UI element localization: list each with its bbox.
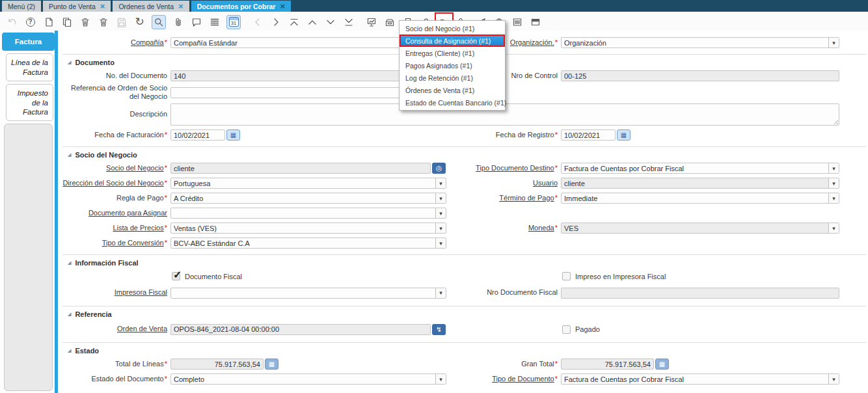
direccion-socio-combobox[interactable]: Portuguesa (170, 178, 446, 189)
chevron-down-icon[interactable] (828, 163, 839, 173)
tab-ordenes-de-venta[interactable]: Ordenes de Venta (113, 1, 189, 12)
menu-item-estado-cuentas-bancario[interactable]: Estado de Cuentas Bancario (#1) (400, 96, 505, 109)
impreso-impresora-checkbox[interactable] (562, 272, 571, 280)
menu-item-consulta-de-asignacion[interactable]: Consulta de Asignación (#1) (400, 34, 505, 47)
collapse-icon[interactable] (68, 348, 71, 353)
field-label-orden-venta[interactable]: Orden de Venta (62, 325, 167, 333)
field-label-documento-asignar[interactable]: Documento para Asignar (62, 209, 167, 217)
field-label-tipo-documento[interactable]: Tipo de Documento (450, 375, 558, 383)
record-info-icon[interactable] (432, 163, 446, 174)
field-label-termino-pago[interactable]: Término de Pago (450, 194, 558, 202)
field-label-lista-precios[interactable]: Lista de Precios (62, 224, 167, 232)
previous-record-icon[interactable] (306, 16, 318, 28)
chevron-down-icon[interactable] (828, 193, 839, 203)
tipo-documento-combobox[interactable]: Factura de Cuentas por Cobrar Fiscal (561, 373, 839, 385)
sidebar-tab-factura[interactable]: Factura (2, 33, 55, 51)
chevron-down-icon[interactable] (828, 374, 839, 384)
field-label-impresora-fiscal[interactable]: Impresora Fiscal (62, 288, 167, 297)
tipo-conversion-combobox[interactable]: BCV-ABC Estándar C.A (170, 237, 446, 249)
tab-label: Ordenes de Venta (118, 3, 174, 10)
last-record-icon[interactable] (342, 16, 355, 28)
copy-record-icon[interactable] (61, 16, 73, 28)
close-icon[interactable] (178, 2, 183, 10)
window-icon[interactable] (529, 16, 541, 28)
chevron-down-icon[interactable] (435, 208, 446, 218)
tipo-doc-destino-combobox[interactable]: Factura de Cuentas por Cobrar Fiscal (561, 163, 839, 174)
help-icon[interactable] (24, 16, 36, 28)
requery-icon[interactable] (133, 16, 146, 28)
field-label-tipo-doc-destino[interactable]: Tipo Documento Destino (450, 164, 558, 172)
collapse-icon[interactable] (68, 152, 71, 157)
field-label-tipo-conversion[interactable]: Tipo de Conversión (62, 239, 167, 247)
termino-pago-combobox[interactable]: Immediate (561, 193, 839, 204)
calculator-icon[interactable] (655, 359, 669, 370)
close-icon[interactable] (100, 2, 105, 10)
organizacion-combobox[interactable]: Organización (561, 37, 839, 48)
documento-fiscal-checkbox[interactable] (172, 272, 180, 280)
toggle-grid-icon[interactable] (208, 16, 221, 28)
delete-selection-icon[interactable] (97, 16, 109, 28)
estado-documento-combobox[interactable]: Completo (170, 373, 446, 385)
field-label-regla-pago: Regla de Pago (62, 194, 167, 202)
pagado-checkbox[interactable] (562, 325, 571, 334)
calendar-icon[interactable]: 31 (226, 15, 241, 29)
detail-record-icon[interactable] (269, 16, 282, 28)
chevron-down-icon[interactable] (828, 178, 839, 188)
moneda-combobox[interactable]: VES (561, 223, 839, 234)
fecha-facturacion-field[interactable]: 10/02/2021 (170, 129, 225, 141)
tab-documentos-por-cobrar[interactable]: Documentos por Cobrar (191, 1, 291, 12)
tab-punto-de-venta[interactable]: Punto de Venta (43, 1, 111, 12)
chevron-down-icon[interactable] (435, 238, 446, 248)
impresora-fiscal-combobox[interactable] (170, 288, 446, 299)
report-icon[interactable] (365, 16, 377, 28)
lista-precios-combobox[interactable]: Ventas (VES) (170, 223, 446, 234)
menu-item-socio-del-negocio[interactable]: Socio del Negocio (#1) (400, 22, 505, 34)
tab-menu[interactable]: Menú (2) (2, 1, 41, 12)
fecha-registro-field[interactable]: 10/02/2021 (561, 129, 616, 141)
documento-asignar-combobox[interactable] (170, 208, 446, 219)
chevron-down-icon[interactable] (435, 288, 446, 298)
chevron-down-icon[interactable] (828, 38, 839, 47)
pos-icon[interactable] (511, 16, 523, 28)
zoom-record-icon[interactable] (432, 324, 446, 335)
next-record-icon[interactable] (324, 16, 336, 28)
usuario-combobox[interactable]: cliente (561, 178, 839, 189)
collapse-icon[interactable] (68, 312, 71, 317)
regla-pago-combobox[interactable]: A Crédito (170, 193, 446, 204)
chevron-down-icon[interactable] (435, 193, 446, 203)
field-label-direccion-socio[interactable]: Dirección del Socio del Negocio (62, 179, 167, 187)
field-label-usuario[interactable]: Usuario (450, 179, 558, 187)
new-record-icon[interactable] (42, 16, 55, 28)
close-icon[interactable] (280, 2, 285, 10)
collapse-icon[interactable] (68, 60, 71, 65)
nro-doc-fiscal-field (561, 288, 839, 299)
attachment-icon[interactable] (172, 16, 184, 28)
chevron-down-icon[interactable] (435, 374, 446, 384)
calendar-picker-icon[interactable] (226, 129, 240, 141)
field-label-socio-negocio[interactable]: Socio del Negocio (62, 164, 167, 172)
socio-negocio-field[interactable]: cliente (170, 163, 431, 174)
find-icon[interactable] (152, 15, 166, 29)
archive-icon[interactable] (383, 16, 396, 28)
field-label-no-documento: No. del Documento (62, 72, 167, 80)
collapse-icon[interactable] (68, 260, 71, 265)
chevron-down-icon[interactable] (435, 223, 446, 233)
menu-item-entregas-cliente[interactable]: Entregas (Cliente) (#1) (400, 47, 505, 59)
calendar-picker-icon[interactable] (617, 129, 631, 141)
delete-record-icon[interactable] (79, 16, 91, 28)
chat-icon[interactable] (190, 16, 202, 28)
menu-item-ordenes-de-venta[interactable]: Órdenes de Venta (#1) (400, 84, 505, 96)
section-fiscal: Información Fiscal (62, 254, 866, 267)
first-record-icon[interactable] (288, 16, 300, 28)
chevron-down-icon[interactable] (435, 178, 446, 188)
field-label-fecha-registro: Fecha de Registro (450, 131, 558, 139)
field-label-compania[interactable]: Compañía (62, 38, 167, 47)
chevron-down-icon[interactable] (828, 223, 839, 233)
calculator-icon[interactable] (265, 359, 278, 370)
sidebar-tab-impuesto-factura[interactable]: Impuesto de la Factura (6, 84, 53, 121)
field-label-moneda[interactable]: Moneda (450, 224, 558, 232)
sidebar-tab-linea-factura[interactable]: Línea de la Factura (6, 53, 53, 81)
menu-item-pagos-asignados[interactable]: Pagos Asignados (#1) (400, 59, 505, 72)
tab-sidebar: Factura Línea de la Factura Impuesto de … (0, 31, 58, 393)
menu-item-log-de-retencion[interactable]: Log de Retención (#1) (400, 72, 505, 84)
